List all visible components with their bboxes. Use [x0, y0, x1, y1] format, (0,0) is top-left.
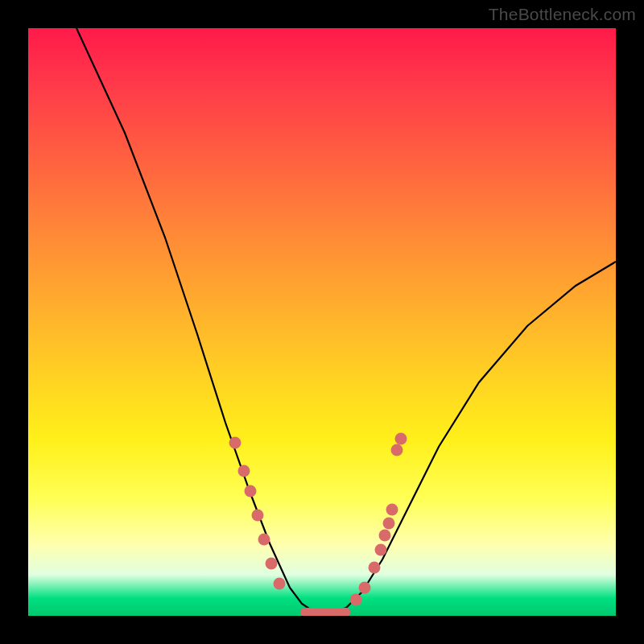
curve-dot: [391, 444, 403, 456]
curve-dot: [359, 582, 371, 594]
plot-area: [28, 28, 616, 616]
curve-dot: [395, 433, 407, 445]
chart-frame: TheBottleneck.com: [0, 0, 644, 644]
bottleneck-curve-layer: [28, 28, 616, 616]
watermark-text: TheBottleneck.com: [489, 5, 636, 24]
curve-dot: [266, 558, 278, 570]
curve-dots-group: [229, 433, 407, 606]
curve-dot: [229, 437, 242, 449]
curve-dot: [383, 518, 395, 530]
flat-bottom-segment: [300, 608, 350, 616]
curve-dot: [245, 485, 257, 497]
curve-dot: [386, 504, 398, 516]
curve-dot: [379, 530, 391, 542]
curve-dot: [274, 578, 286, 590]
bottleneck-curve: [76, 28, 616, 613]
curve-dot: [252, 510, 264, 522]
curve-dot: [375, 544, 387, 556]
curve-dot: [369, 562, 381, 574]
curve-dot: [258, 534, 270, 546]
curve-dot: [350, 594, 362, 606]
curve-dot: [238, 465, 250, 477]
